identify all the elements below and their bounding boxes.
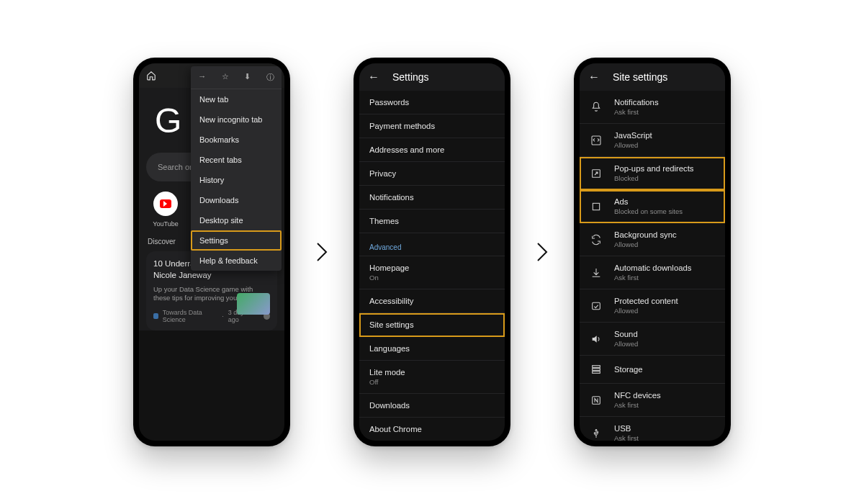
download-icon xyxy=(590,266,603,279)
home-icon[interactable] xyxy=(146,71,156,81)
screen-3: ← Site settings NotificationsAsk firstJa… xyxy=(580,63,725,441)
site-settings-appbar: ← Site settings xyxy=(580,63,725,91)
menu-history[interactable]: History xyxy=(191,170,282,190)
screen-2: ← Settings Passwords Payment methods Add… xyxy=(359,63,505,441)
overflow-menu-top-row: → ☆ ⬇ ⓘ xyxy=(191,66,282,89)
row-downloads[interactable]: Downloads xyxy=(359,394,505,418)
square-icon xyxy=(590,200,603,213)
phone-frame-1: G Search or type w YouTube f Fac Discove… xyxy=(133,58,290,446)
row-themes[interactable]: Themes xyxy=(359,210,505,233)
row-storage[interactable]: Storage xyxy=(580,356,725,384)
row-usb[interactable]: USBAsk first xyxy=(580,417,725,441)
menu-downloads[interactable]: Downloads xyxy=(191,190,282,210)
settings-appbar: ← Settings xyxy=(359,63,505,91)
speaker-icon xyxy=(590,333,603,346)
row-nfc-devices[interactable]: NFC devicesAsk first xyxy=(580,384,725,417)
row-notifications[interactable]: NotificationsAsk first xyxy=(580,91,725,124)
storage-icon xyxy=(590,363,603,376)
row-site-settings[interactable]: Site settings xyxy=(359,313,505,337)
row-protected-content[interactable]: Protected contentAllowed xyxy=(580,289,725,323)
shortcut-youtube[interactable]: YouTube xyxy=(149,192,182,228)
row-background-sync[interactable]: Background syncAllowed xyxy=(580,223,725,256)
row-languages[interactable]: Languages xyxy=(359,337,505,361)
js-icon xyxy=(590,134,603,147)
protected-icon xyxy=(590,300,603,312)
row-addresses[interactable]: Addresses and more xyxy=(359,138,505,162)
bell-icon xyxy=(590,101,603,114)
row-about-chrome[interactable]: About Chrome xyxy=(359,418,505,441)
menu-help-feedback[interactable]: Help & feedback xyxy=(191,251,282,271)
section-advanced: Advanced xyxy=(359,233,505,256)
menu-bookmarks[interactable]: Bookmarks xyxy=(191,130,282,150)
youtube-icon xyxy=(153,192,178,216)
menu-settings[interactable]: Settings xyxy=(191,230,282,251)
sync-icon xyxy=(590,233,603,246)
row-automatic-downloads[interactable]: Automatic downloadsAsk first xyxy=(580,256,725,289)
row-lite-mode[interactable]: Lite modeOff xyxy=(359,361,505,394)
launch-icon xyxy=(590,167,603,180)
menu-recent-tabs[interactable]: Recent tabs xyxy=(191,150,282,170)
step-arrow-1 xyxy=(312,242,332,262)
screen-1: G Search or type w YouTube f Fac Discove… xyxy=(139,63,284,441)
forward-icon[interactable]: → xyxy=(198,72,206,83)
row-homepage[interactable]: HomepageOn xyxy=(359,256,505,289)
source-favicon xyxy=(153,313,158,319)
row-passwords[interactable]: Passwords xyxy=(359,91,505,114)
overflow-menu: → ☆ ⬇ ⓘ New tab New incognito tab Bookma… xyxy=(191,66,282,271)
menu-new-incognito-tab[interactable]: New incognito tab xyxy=(191,109,282,130)
row-privacy[interactable]: Privacy xyxy=(359,162,505,186)
row-notifications[interactable]: Notifications xyxy=(359,186,505,210)
menu-new-tab[interactable]: New tab xyxy=(191,89,282,109)
star-icon[interactable]: ☆ xyxy=(222,72,229,83)
info-icon[interactable]: ⓘ xyxy=(266,72,274,83)
download-icon[interactable]: ⬇ xyxy=(244,72,251,83)
usb-icon xyxy=(590,427,603,440)
site-settings-list: NotificationsAsk firstJavaScriptAllowedP… xyxy=(580,91,725,441)
row-pop-ups-and-redirects[interactable]: Pop-ups and redirectsBlocked xyxy=(580,157,725,190)
card-thumbnail xyxy=(237,293,270,315)
phone-frame-3: ← Site settings NotificationsAsk firstJa… xyxy=(574,58,731,446)
row-payment-methods[interactable]: Payment methods xyxy=(359,114,505,138)
settings-title: Settings xyxy=(392,71,429,83)
settings-list: Passwords Payment methods Addresses and … xyxy=(359,91,505,441)
nfc-icon xyxy=(590,394,603,407)
step-arrow-2 xyxy=(532,242,552,262)
row-javascript[interactable]: JavaScriptAllowed xyxy=(580,124,725,157)
phone-frame-2: ← Settings Passwords Payment methods Add… xyxy=(354,58,510,446)
row-ads[interactable]: AdsBlocked on some sites xyxy=(580,190,725,223)
menu-desktop-site[interactable]: Desktop site xyxy=(191,210,282,230)
back-icon[interactable]: ← xyxy=(368,71,379,84)
back-icon[interactable]: ← xyxy=(588,71,600,84)
site-settings-title: Site settings xyxy=(613,71,667,83)
row-sound[interactable]: SoundAllowed xyxy=(580,323,725,356)
row-accessibility[interactable]: Accessibility xyxy=(359,289,505,313)
